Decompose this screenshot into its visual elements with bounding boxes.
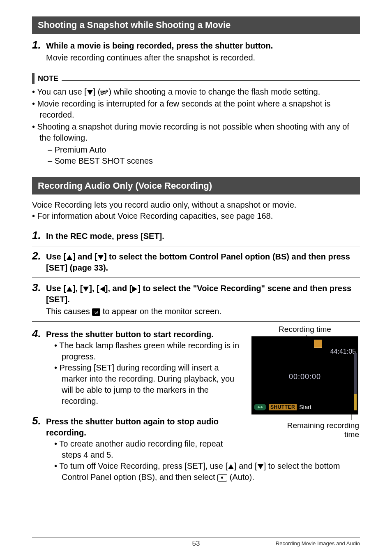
text: ] and [ — [234, 461, 257, 470]
step-2: 2. Use [] and [] to select the bottom Co… — [32, 250, 360, 273]
step-number: 2. — [32, 250, 46, 262]
down-arrow-icon — [83, 287, 89, 292]
camera-screenshot: 44:41:05 00:00:00 SHUTTER Start — [251, 336, 358, 414]
down-arrow-icon — [87, 90, 93, 95]
step-subitem: The back lamp flashes green while record… — [46, 340, 242, 362]
text: Use [ — [46, 252, 66, 261]
text: ] ( — [93, 87, 101, 96]
left-arrow-icon — [100, 286, 105, 292]
voice-record-icon: ⊍ — [92, 308, 100, 316]
note-subitem: Premium Auto — [32, 144, 360, 155]
step-subitem: Pressing [SET] during recording will ins… — [46, 362, 242, 407]
text: To turn off Voice Recording, press [SET]… — [59, 461, 228, 470]
level-bar-fill — [354, 394, 357, 410]
shutter-label: SHUTTER — [269, 404, 297, 410]
step-number: 5. — [32, 414, 46, 427]
page-footer: 53 Recording Movie Images and Audio — [32, 537, 360, 546]
step-3: 3. Use [], [], [], and [] to select the … — [32, 281, 360, 317]
intro-text: Voice Recording lets you record audio on… — [32, 199, 360, 211]
option-pill-icon — [254, 404, 266, 410]
pointer-inside-top — [305, 340, 317, 357]
screenshot-label-top: Recording time — [250, 325, 360, 334]
intro-item: For information about Voice Recording ca… — [32, 211, 360, 222]
text: ] and [ — [73, 252, 97, 261]
up-arrow-icon — [228, 464, 234, 469]
step-number: 1. — [32, 229, 46, 242]
page-number: 53 — [192, 539, 200, 548]
note-bar-icon — [32, 73, 35, 84]
start-label: Start — [299, 404, 311, 410]
note-label: NOTE — [38, 74, 58, 83]
text: You can use [ — [37, 87, 86, 96]
text: to appear on the monitor screen. — [100, 307, 221, 316]
up-arrow-icon — [67, 255, 72, 260]
note-item: Movie recording is interrupted for a few… — [32, 98, 360, 120]
remaining-time: 44:41:05 — [330, 348, 356, 355]
step-subitem: To turn off Voice Recording, press [SET]… — [46, 461, 360, 483]
text: Use [ — [46, 284, 66, 293]
right-arrow-icon — [132, 286, 137, 292]
step-text: Movie recording continues after the snap… — [46, 52, 360, 63]
note-item: Shooting a snapshot during movie recordi… — [32, 121, 360, 144]
step-title: Use [], [], [], and [] to select the "Vo… — [46, 283, 360, 305]
step-subitem: To create another audio recording file, … — [46, 438, 242, 461]
section-header-2: Recording Audio Only (Voice Recording) — [32, 177, 360, 194]
screenshot-label-bottom-2: time — [250, 430, 360, 439]
screenshot-column: Recording time 44:41:05 00:00:00 SHUTTER… — [250, 325, 360, 439]
note-header: NOTE — [32, 73, 360, 84]
note-subitem: Some BEST SHOT scenes — [32, 155, 360, 167]
pointer-inside-bottom — [341, 394, 353, 414]
footer-text: Recording Movie Images and Audio — [276, 540, 360, 546]
step-number: 1. — [32, 39, 46, 51]
note-list: You can use [] (⭈) while shooting a movi… — [32, 86, 360, 144]
step-text: This causes ⊍ to appear on the monitor s… — [46, 306, 360, 317]
elapsed-time: 00:00:00 — [251, 373, 358, 381]
divider — [32, 321, 360, 322]
step-title: While a movie is being recorded, press t… — [46, 40, 360, 51]
text: ], and [ — [105, 284, 132, 293]
step-1: 1. While a movie is being recorded, pres… — [32, 39, 360, 63]
screenshot-label-bottom-1: Remaining recording — [250, 421, 360, 430]
step-title: Press the shutter button to start record… — [46, 329, 242, 340]
step-title: In the REC mode, press [SET]. — [46, 231, 360, 242]
text: (Auto). — [227, 472, 254, 482]
step-title: Press the shutter button again to stop a… — [46, 416, 242, 438]
note-rule — [62, 80, 360, 81]
flash-icon: ⭈ — [100, 87, 108, 96]
text: ], [ — [89, 284, 99, 293]
note-item: You can use [] (⭈) while shooting a movi… — [32, 86, 360, 97]
text: This causes — [46, 307, 92, 316]
step-4: 4. Press the shutter button to start rec… — [32, 327, 242, 407]
step-title: Use [] and [] to select the bottom Contr… — [46, 251, 360, 273]
text: ], [ — [73, 284, 83, 293]
step-number: 4. — [32, 327, 46, 340]
step-5: 5. Press the shutter button again to sto… — [32, 414, 242, 461]
divider — [32, 278, 360, 278]
divider — [32, 246, 360, 246]
down-arrow-icon — [258, 464, 263, 469]
up-arrow-icon — [67, 287, 72, 292]
text: ) while shooting a movie to change the f… — [108, 87, 320, 96]
step-number: 3. — [32, 281, 46, 294]
down-arrow-icon — [98, 255, 104, 260]
section-header-1: Shooting a Snapshot while Shooting a Mov… — [32, 16, 360, 34]
divider — [32, 411, 242, 411]
auto-mode-icon — [217, 474, 227, 482]
step-1b: 1. In the REC mode, press [SET]. — [32, 229, 360, 242]
intro-list: For information about Voice Recording ca… — [32, 211, 360, 222]
